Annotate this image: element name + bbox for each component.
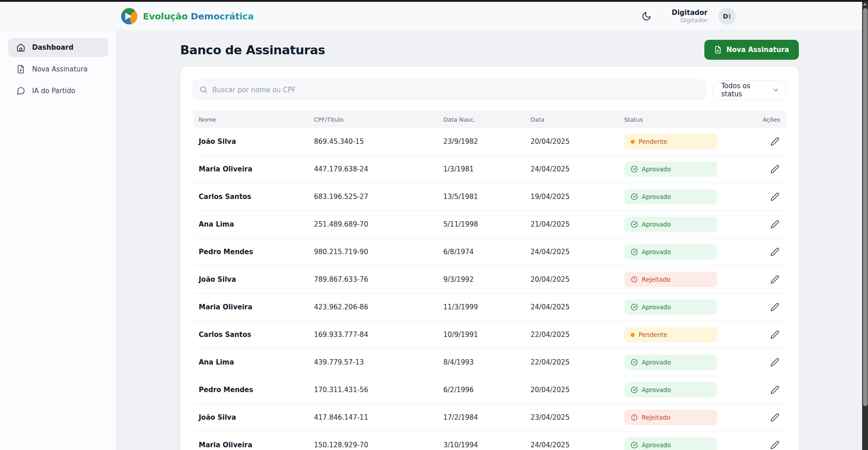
page-title: Banco de Assinaturas [180,43,325,57]
cell-nome: Maria Oliveira [193,441,308,449]
cell-acoes [738,191,786,202]
cell-nasc: 3/10/1994 [438,441,525,449]
table-row: Maria Oliveira 150.128.929-70 3/10/1994 … [193,431,786,450]
approved-check-icon [631,441,638,449]
cell-nasc: 17/2/1984 [438,413,525,422]
status-badge: Pendente [624,134,717,149]
edit-row-button[interactable] [769,136,780,147]
scrollbar-thumb[interactable] [863,8,868,406]
edit-row-button[interactable] [769,164,780,175]
cell-acoes [738,412,786,423]
sidebar-item-dashboard[interactable]: Dashboard [8,38,108,57]
edit-row-button[interactable] [769,329,780,340]
table-row: Ana Lima 251.489.689-70 5/11/1998 21/04/… [193,211,786,238]
table-row: Maria Oliveira 423.962.206-86 11/3/1999 … [193,294,786,321]
table-row: Pedro Mendes 980.215.719-90 6/8/1974 24/… [193,238,786,266]
column-header-nome: Nome [193,116,308,123]
cell-data: 22/04/2025 [525,331,618,339]
approved-check-icon [631,303,638,311]
cell-status: Aprovado [618,161,738,177]
pencil-icon [770,192,779,201]
cell-nasc: 23/9/1982 [438,137,525,146]
brand-logo[interactable]: Evolução Democrática [121,8,254,24]
cell-cpf: 251.489.689-70 [308,220,438,228]
column-header-nasc: Data Nasc. [438,116,525,123]
cell-data: 24/04/2025 [525,165,618,173]
approved-check-icon [631,386,638,393]
dark-mode-toggle[interactable] [638,8,655,24]
avatar[interactable]: DI [718,8,736,25]
signatures-card: Todos os status Nome CPF/Título Data Nas… [180,67,799,450]
scrollbar[interactable] [862,0,868,450]
edit-row-button[interactable] [769,384,780,395]
edit-row-button[interactable] [769,357,780,368]
status-badge: Aprovado [624,189,717,204]
edit-row-button[interactable] [769,246,780,257]
sidebar-item-nova-assinatura[interactable]: Nova Assinatura [8,60,108,79]
nova-assinatura-button[interactable]: Nova Assinatura [704,40,799,60]
cell-nasc: 1/3/1981 [438,165,525,173]
cell-status: Aprovado [618,189,738,204]
file-plus-icon [714,46,722,54]
edit-row-button[interactable] [769,412,780,423]
user-role: Digitador [672,17,708,24]
status-badge-label: Aprovado [642,441,671,449]
status-badge: Aprovado [624,161,717,177]
main-area: Banco de Assinaturas Nova Assinatura Tod… [117,31,862,450]
cell-nasc: 6/8/1974 [438,248,525,256]
column-header-data: Data [525,116,618,123]
status-badge: Rejeitado [624,272,717,287]
sidebar-item-ia-do-partido[interactable]: IA do Partido [8,81,108,100]
pencil-icon [770,330,779,339]
brand-name-primary: Evolução [143,11,188,22]
status-badge-label: Aprovado [642,303,671,311]
cell-acoes [738,274,786,285]
pending-dot-icon [631,333,635,337]
status-badge: Pendente [624,327,717,342]
cell-nome: Ana Lima [193,220,308,228]
cell-status: Aprovado [618,382,738,398]
chat-bubble-icon [16,86,25,95]
search-icon [199,85,208,94]
status-badge-label: Pendente [639,331,668,338]
edit-row-button[interactable] [769,274,780,285]
cell-cpf: 447.179.638-24 [308,165,438,173]
approved-check-icon [631,248,638,256]
cell-data: 24/04/2025 [525,248,618,256]
status-badge-label: Rejeitado [642,276,670,283]
cell-nasc: 13/5/1981 [438,193,525,201]
cell-nome: Maria Oliveira [193,165,308,173]
cell-data: 20/04/2025 [525,137,618,146]
edit-row-button[interactable] [769,191,780,202]
cell-cpf: 980.215.719-90 [308,248,438,256]
cell-nome: João Silva [193,413,308,422]
cell-data: 20/04/2025 [525,275,618,284]
edit-row-button[interactable] [769,219,780,230]
cell-nasc: 9/3/1992 [438,275,525,284]
cell-data: 20/04/2025 [525,386,618,394]
status-badge-label: Aprovado [642,359,671,366]
approved-check-icon [631,193,638,200]
edit-row-button[interactable] [769,440,780,450]
status-badge-label: Aprovado [642,193,671,200]
nova-assinatura-button-label: Nova Assinatura [726,46,789,54]
rejected-alert-icon [631,414,638,421]
status-badge: Aprovado [624,217,717,232]
pencil-icon [770,247,779,256]
column-header-cpf: CPF/Título [308,116,438,123]
cell-status: Aprovado [618,217,738,232]
status-filter-select[interactable]: Todos os status [713,80,786,100]
cell-cpf: 789.867.633-76 [308,275,438,284]
scrollbar-up-arrow-icon[interactable] [863,3,867,5]
status-badge: Aprovado [624,244,717,260]
status-badge: Aprovado [624,437,717,450]
sidebar-item-label: IA do Partido [32,87,75,95]
edit-row-button[interactable] [769,302,780,313]
cell-data: 22/04/2025 [525,358,618,366]
cell-nome: Ana Lima [193,358,308,366]
cell-status: Rejeitado [618,272,738,287]
table-row: Carlos Santos 683.196.525-27 13/5/1981 1… [193,183,786,211]
search-input[interactable] [193,80,706,100]
status-filter-value: Todos os status [722,82,772,98]
cell-acoes [738,136,786,147]
